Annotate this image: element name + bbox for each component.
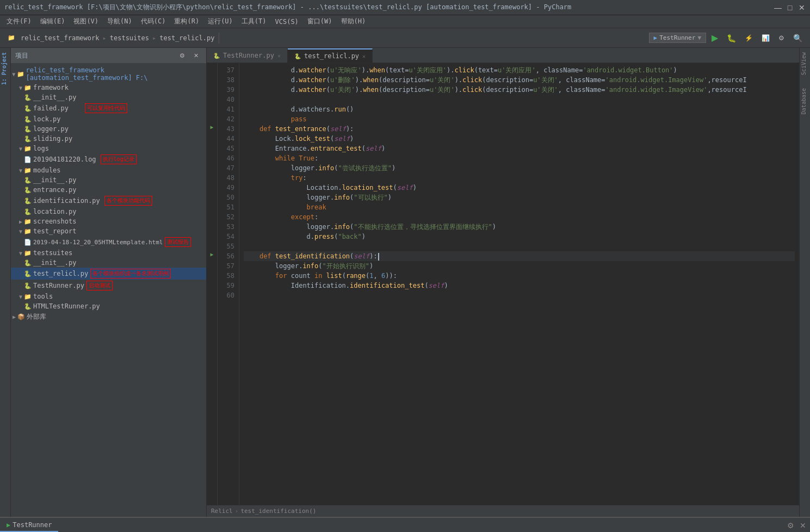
run-config[interactable]: ▶ TestRunner ▼ bbox=[649, 33, 706, 43]
debug-button[interactable]: 🐛 bbox=[724, 33, 739, 44]
breadcrumb-relicl[interactable]: Relicl bbox=[211, 508, 233, 515]
maximize-button[interactable]: □ bbox=[786, 4, 794, 11]
tree-folder-testsuites[interactable]: ▼ 📁 testsuites bbox=[11, 248, 206, 258]
search-everywhere-button[interactable]: 🔍 bbox=[790, 33, 806, 44]
tree-file-identification[interactable]: 🐍 identification.py 各个模块功能代码 bbox=[11, 195, 206, 207]
code-line-44: Lock.lock_test(self) bbox=[244, 134, 795, 144]
code-line-55 bbox=[244, 242, 795, 251]
gutter-42 bbox=[207, 112, 217, 122]
coverage-button[interactable]: ⚡ bbox=[741, 33, 756, 43]
breadcrumb-method[interactable]: test_identification() bbox=[240, 508, 316, 515]
tree-file-sliding[interactable]: 🐍 sliding.py bbox=[11, 134, 206, 144]
code-line-46: while True: bbox=[244, 153, 795, 163]
gutter-46 bbox=[207, 151, 217, 161]
external-libs-icon: 📦 bbox=[17, 313, 25, 320]
project-panel: 项目 ⚙ ✕ ▼ 📁 relic_test_framework [automat… bbox=[11, 48, 207, 517]
toolbar-file[interactable]: test_relicl.py bbox=[159, 34, 214, 42]
tab-test-relicl-close[interactable]: ✕ bbox=[362, 53, 366, 59]
menu-view[interactable]: 视图(V) bbox=[69, 16, 103, 27]
py-icon-failed: 🐍 bbox=[24, 105, 32, 112]
tree-file-test-relicl[interactable]: 🐍 test_relicl.py 各个模块组织成一各名测试用例 bbox=[11, 268, 206, 280]
toolbar-testsuites[interactable]: testsuites bbox=[110, 34, 149, 42]
code-line-48: try: bbox=[244, 173, 795, 183]
menu-navigate[interactable]: 导航(N) bbox=[103, 16, 137, 27]
side-tab-database[interactable]: Database bbox=[800, 84, 810, 119]
tree-folder-framework[interactable]: ▼ 📁 framework bbox=[11, 83, 206, 92]
project-close-button[interactable]: ✕ bbox=[190, 51, 202, 60]
menubar: 文件(F) 编辑(E) 视图(V) 导航(N) 代码(C) 重构(R) 运行(U… bbox=[0, 15, 810, 28]
tree-file-htmltestrunner[interactable]: 🐍 HTMLTestRunner.py bbox=[11, 301, 206, 311]
menu-code[interactable]: 代码(C) bbox=[137, 16, 170, 27]
bottom-close-btn[interactable]: ✕ bbox=[798, 520, 808, 531]
folder-icon-testsuites: 📁 bbox=[24, 250, 32, 257]
code-editor[interactable]: ▶ ▶ 3738394041 424 bbox=[207, 63, 799, 505]
bottom-tab-run[interactable]: ▶ TestRunner bbox=[0, 519, 58, 532]
tree-folder-modules[interactable]: ▼ 📁 modules bbox=[11, 165, 206, 175]
py-icon-sliding: 🐍 bbox=[24, 135, 32, 143]
tree-root[interactable]: ▼ 📁 relic_test_framework [automation_tes… bbox=[11, 65, 206, 83]
tree-file-testrunner[interactable]: 🐍 TestRunner.py 启动测试 bbox=[11, 280, 206, 292]
annotation-testcases: 各个模块组织成一各名测试用例 bbox=[90, 269, 171, 279]
project-settings-button[interactable]: ⚙ bbox=[176, 51, 188, 60]
toolbar-separator bbox=[219, 33, 219, 44]
tree-file-init-framework[interactable]: 🐍 __init__.py bbox=[11, 92, 206, 102]
annotation-modules: 各个模块功能代码 bbox=[104, 196, 152, 206]
minimize-button[interactable]: — bbox=[774, 4, 782, 11]
menu-vcs[interactable]: VCS(S) bbox=[271, 17, 303, 27]
close-button[interactable]: ✕ bbox=[798, 4, 806, 11]
tree-file-entrance[interactable]: 🐍 entrance.py bbox=[11, 185, 206, 195]
menu-help[interactable]: 帮助(H) bbox=[337, 16, 370, 27]
gutter-57 bbox=[207, 259, 217, 269]
toolbar-sep2: ▸ bbox=[152, 34, 156, 42]
profile-button[interactable]: 📊 bbox=[758, 33, 773, 43]
html-icon: 📄 bbox=[24, 239, 32, 246]
tab-testrunner-close[interactable]: ✕ bbox=[277, 53, 281, 59]
tree-folder-test-report[interactable]: ▼ 📁 test_report bbox=[11, 226, 206, 236]
gutter-49 bbox=[207, 181, 217, 190]
tree-file-location[interactable]: 🐍 location.py bbox=[11, 207, 206, 216]
gutter-39 bbox=[207, 83, 217, 92]
side-tab-sciview[interactable]: SciView bbox=[800, 48, 810, 79]
menu-run[interactable]: 运行(U) bbox=[203, 16, 237, 27]
tree-file-html-report[interactable]: 📄 2019-04-18-12_20_05HTMLtemplate.html 测… bbox=[11, 236, 206, 248]
tab-testrunner[interactable]: 🐍 TestRunner.py ✕ bbox=[207, 48, 288, 63]
menu-tools[interactable]: 工具(T) bbox=[237, 16, 271, 27]
menu-file[interactable]: 文件(F) bbox=[2, 16, 36, 27]
code-line-49: Location.location_test(self) bbox=[244, 183, 795, 193]
side-tab-project[interactable]: 1: Project bbox=[0, 48, 10, 89]
tree-file-init-testsuites[interactable]: 🐍 __init__.py bbox=[11, 258, 206, 268]
code-line-52: except: bbox=[244, 212, 795, 222]
project-panel-header: 项目 ⚙ ✕ bbox=[11, 48, 206, 63]
toolbar-folder-icon[interactable]: 📁 bbox=[4, 33, 18, 42]
run-button[interactable]: ▶ bbox=[708, 32, 721, 44]
gutter-51 bbox=[207, 200, 217, 210]
tree-file-init-modules[interactable]: 🐍 __init__.py bbox=[11, 175, 206, 185]
code-line-42: pass bbox=[244, 114, 795, 124]
menu-window[interactable]: 窗口(W) bbox=[303, 16, 337, 27]
tree-file-logger[interactable]: 🐍 logger.py bbox=[11, 124, 206, 134]
tree-folder-screenshots[interactable]: ▶ 📁 screenshots bbox=[11, 216, 206, 226]
code-content[interactable]: d.watcher(u'无响应').when(text=u'关闭应用').cli… bbox=[239, 63, 799, 505]
code-line-59: Identification.identification_test(self) bbox=[244, 281, 795, 290]
gutter-54 bbox=[207, 230, 217, 239]
tree-file-log[interactable]: 📄 201904181220.log 执行log记录 bbox=[11, 153, 206, 165]
tree-external-libs[interactable]: ▶ 📦 外部库 bbox=[11, 311, 206, 323]
menu-refactor[interactable]: 重构(R) bbox=[170, 16, 203, 27]
breadcrumb: Relicl › test_identification() bbox=[207, 505, 799, 517]
code-line-57: logger.info("开始执行识别") bbox=[244, 261, 795, 271]
tab-test-relicl[interactable]: 🐍 test_relicl.py ✕ bbox=[288, 48, 373, 63]
tree-file-failed[interactable]: 🐍 failed.py 可以复用性代码 bbox=[11, 102, 206, 114]
tree-file-lock[interactable]: 🐍 lock.py bbox=[11, 114, 206, 124]
toolbar-more[interactable]: ⚙ bbox=[775, 33, 788, 43]
editor-gutter: ▶ ▶ bbox=[207, 63, 218, 505]
tree-folder-logs[interactable]: ▼ 📁 logs bbox=[11, 144, 206, 153]
py-icon-entrance: 🐍 bbox=[24, 187, 32, 194]
bottom-panel: ▶ TestRunner ⚙ ✕ ▶ ⏹ ⏸ ↻ 📋 🔍 2019-04-18 … bbox=[0, 517, 810, 532]
code-line-50: logger.info("可以执行") bbox=[244, 193, 795, 202]
gutter-50 bbox=[207, 190, 217, 200]
bottom-settings-btn[interactable]: ⚙ bbox=[786, 520, 796, 531]
tree-folder-tools[interactable]: ▼ 📁 tools bbox=[11, 292, 206, 301]
menu-edit[interactable]: 编辑(E) bbox=[36, 16, 70, 27]
code-line-51: break bbox=[244, 202, 795, 212]
gutter-55 bbox=[207, 239, 217, 249]
